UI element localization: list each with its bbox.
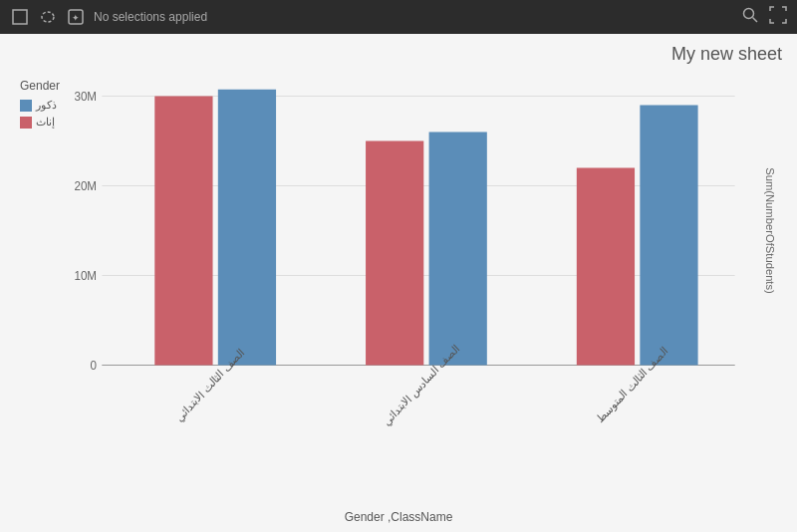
svg-text:20M: 20M	[74, 179, 97, 193]
search-icon[interactable]	[741, 6, 759, 28]
bar-group3-male[interactable]	[640, 106, 697, 366]
fullscreen-icon[interactable]	[769, 6, 787, 28]
legend-label-male: ذكور	[36, 99, 57, 112]
legend-color-male	[20, 100, 32, 112]
svg-rect-0	[13, 10, 27, 24]
bar-group1-female[interactable]	[154, 97, 212, 366]
toolbar-right-icons	[741, 6, 787, 28]
legend-color-female	[20, 117, 32, 129]
legend-title: Gender	[20, 79, 60, 93]
toolbar: ✦ No selections applied	[0, 0, 797, 34]
lasso-select-icon[interactable]	[38, 7, 58, 27]
bar-group3-female[interactable]	[577, 168, 635, 366]
svg-text:✦: ✦	[72, 13, 80, 23]
svg-text:Sum(NumberOfStudents): Sum(NumberOfStudents)	[764, 167, 776, 294]
svg-point-1	[42, 12, 54, 22]
main-content: My new sheet Gender ذكور إناث 30M 20M 10…	[0, 34, 797, 532]
svg-text:30M: 30M	[74, 90, 97, 104]
rectangle-select-icon[interactable]	[10, 7, 30, 27]
sheet-title: My new sheet	[671, 44, 782, 65]
svg-line-5	[753, 18, 758, 23]
legend-label-female: إناث	[36, 116, 55, 129]
smart-search-icon[interactable]: ✦	[66, 7, 86, 27]
svg-text:10M: 10M	[74, 269, 97, 283]
svg-text:0: 0	[91, 359, 98, 373]
chart-legend: Gender ذكور إناث	[20, 79, 60, 129]
bar-group2-female[interactable]	[366, 141, 423, 366]
svg-point-4	[744, 9, 754, 19]
bar-group2-male[interactable]	[429, 133, 487, 366]
x-axis-label: Gender ,ClassName	[345, 510, 453, 524]
legend-item-female: إناث	[20, 116, 60, 129]
toolbar-status: No selections applied	[94, 10, 733, 24]
bar-chart-svg: 30M 20M 10M 0 الصف الثالث الابتدائي الصف…	[60, 74, 777, 477]
bar-group1-male[interactable]	[218, 90, 276, 366]
legend-item-male: ذكور	[20, 99, 60, 112]
chart-area: 30M 20M 10M 0 الصف الثالث الابتدائي الصف…	[60, 74, 777, 477]
